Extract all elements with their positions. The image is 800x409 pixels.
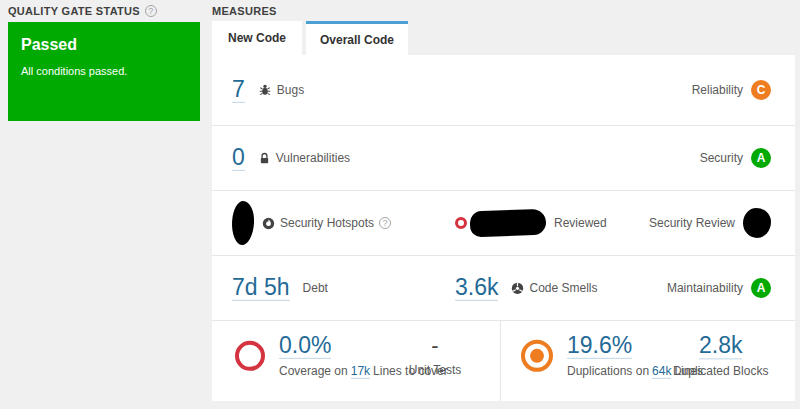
bugs-value-link[interactable]: 7 — [232, 77, 245, 103]
tab-new-code-label: New Code — [228, 31, 286, 45]
maintainability-label: Maintainability — [667, 281, 743, 295]
duplications-value-link[interactable]: 19.6% — [567, 333, 632, 359]
vulnerabilities-label: Vulnerabilities — [276, 151, 350, 165]
unit-tests-label: Unit Tests — [409, 364, 461, 378]
code-smells-label: Code Smells — [529, 281, 597, 295]
bugs-label: Bugs — [277, 83, 304, 97]
reviewed-rating-ring — [455, 217, 467, 229]
unit-tests-value: - — [431, 335, 438, 359]
coverage-cell: 0.0% Coverage on 17k Lines to cover - Un… — [212, 321, 500, 401]
measures-header: MEASURES — [212, 5, 277, 17]
bugs-row: 7 Bugs Reliability C — [212, 55, 795, 125]
vulnerabilities-value-link[interactable]: 0 — [232, 145, 245, 171]
tab-new-code[interactable]: New Code — [212, 21, 302, 55]
coverage-ring-icon — [235, 341, 265, 371]
reliability-rating-badge[interactable]: C — [751, 80, 771, 100]
reliability-label: Reliability — [692, 83, 743, 97]
vulnerabilities-row: 0 Vulnerabilities Security A — [212, 125, 795, 190]
tab-overall-code[interactable]: Overall Code — [306, 21, 408, 55]
duplicated-blocks-label: Duplicated Blocks — [673, 365, 768, 379]
reviewed-label: Reviewed — [554, 216, 607, 230]
tab-overall-code-label: Overall Code — [320, 33, 394, 47]
measures-title: MEASURES — [212, 5, 277, 17]
coverage-value-link[interactable]: 0.0% — [279, 333, 331, 359]
help-icon[interactable]: ? — [145, 5, 157, 17]
maintainability-rating-badge[interactable]: A — [751, 278, 771, 298]
security-hotspot-icon — [262, 217, 275, 230]
security-label: Security — [700, 151, 743, 165]
help-icon[interactable]: ? — [379, 217, 391, 229]
coverage-duplications-row: 0.0% Coverage on 17k Lines to cover - Un… — [212, 320, 795, 401]
security-review-label: Security Review — [649, 216, 735, 230]
security-hotspots-label: Security Hotspots — [280, 216, 374, 230]
quality-gate-message: All conditions passed. — [21, 65, 187, 77]
security-rating-badge[interactable]: A — [751, 148, 771, 168]
code-smell-icon — [511, 281, 524, 294]
bug-icon — [258, 83, 272, 97]
duplications-label-prefix: Duplications on — [567, 364, 649, 379]
code-smells-value-link[interactable]: 3.6k — [455, 275, 498, 301]
quality-gate-status: Passed — [21, 36, 187, 54]
quality-gate-status-panel: Passed All conditions passed. — [8, 22, 200, 121]
lock-icon — [258, 151, 271, 164]
debt-label: Debt — [303, 281, 328, 295]
duplications-ring-icon — [521, 340, 553, 372]
redacted-security-review-rating — [743, 208, 771, 238]
redacted-reviewed-value — [470, 209, 547, 238]
duplicated-lines-link[interactable]: 64k — [652, 364, 671, 379]
duplicated-blocks-value-link[interactable]: 2.8k — [699, 334, 742, 360]
maintainability-row: 7d 5h Debt 3.6k Code Smells Maintainabil… — [212, 255, 795, 320]
quality-gate-title: QUALITY GATE STATUS — [8, 5, 140, 17]
security-hotspots-row: Security Hotspots ? Reviewed Security Re… — [212, 190, 795, 255]
redacted-hotspots-value — [231, 200, 255, 245]
duplications-cell: 19.6% Duplications on 64k Lines 2.8k Dup… — [500, 321, 795, 401]
measures-panel: 7 Bugs Reliability C 0 Vulnerabilities S… — [212, 55, 795, 401]
lines-to-cover-link[interactable]: 17k — [351, 364, 370, 379]
quality-gate-header: QUALITY GATE STATUS ? — [8, 5, 157, 17]
coverage-label-prefix: Coverage on — [279, 364, 348, 379]
debt-value-link[interactable]: 7d 5h — [232, 275, 290, 301]
